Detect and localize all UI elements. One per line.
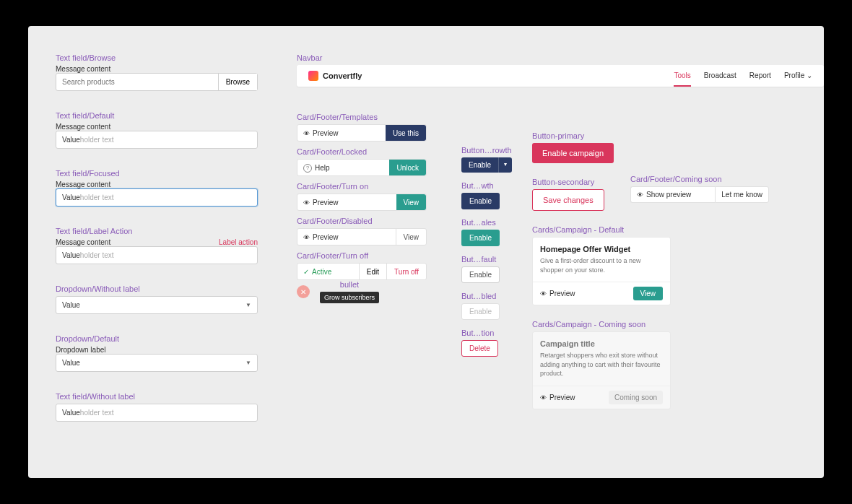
- card-footer-turnon: Preview View: [297, 194, 427, 211]
- nav-item-tools[interactable]: Tools: [674, 66, 690, 87]
- status-preview[interactable]: Preview: [303, 233, 339, 241]
- bullet-block: ✕ bullet Grow subscribers: [297, 280, 427, 303]
- design-canvas: Text field/Browse Message content Browse…: [28, 26, 824, 478]
- nav-item-profile[interactable]: Profile ⌄: [784, 66, 812, 87]
- preview-link[interactable]: Preview: [540, 394, 575, 401]
- eye-icon: [637, 191, 643, 199]
- campaign-title: Homepage Offer Widget: [540, 245, 663, 253]
- campaign-title: Campaign title: [540, 339, 663, 348]
- eye-icon: [303, 233, 310, 241]
- view-button[interactable]: View: [633, 287, 664, 300]
- textfield-focused[interactable]: Valueholder text: [56, 188, 258, 207]
- section-label: But…tion: [461, 329, 519, 337]
- card-footer-turnoff: Active Edit Turn off: [297, 263, 427, 280]
- dropdown-default-block: Dropdown/Default Dropdown label Value ▼: [56, 334, 258, 372]
- textfield-labelaction[interactable]: Valueholder text: [56, 246, 258, 264]
- eye-icon: [303, 199, 310, 207]
- field-label: Dropdown label: [56, 346, 258, 354]
- nav-item-broadcast[interactable]: Broadcast: [704, 66, 736, 87]
- section-label: Button-primary: [532, 131, 671, 140]
- enable-split-button[interactable]: Enable ▾: [461, 157, 512, 173]
- input-value: Valueholder text: [56, 189, 120, 206]
- question-icon: [303, 163, 312, 173]
- use-this-button[interactable]: Use this: [386, 125, 426, 141]
- card-footer-locked: Help Unlock: [297, 159, 427, 176]
- right-column: Button-primary Enable campaign Button-se…: [532, 131, 671, 415]
- eye-icon: [540, 290, 547, 297]
- campaign-card-coming: Campaign title Retarget shoppers who exi…: [532, 331, 671, 409]
- campaign-desc: Retarget shoppers who exit store without…: [540, 351, 663, 378]
- card-footer-disabled: Preview View: [297, 228, 427, 246]
- section-label: Button…rowth: [461, 146, 519, 155]
- save-changes-button[interactable]: Save changes: [532, 189, 604, 211]
- left-column: Text field/Browse Message content Browse…: [56, 53, 258, 442]
- status-active: Active: [303, 268, 331, 276]
- section-label: But…wth: [461, 181, 519, 190]
- preview-link[interactable]: Preview: [540, 290, 575, 297]
- enable-button-growth[interactable]: Enable: [461, 193, 500, 209]
- input-value: Valueholder text: [56, 131, 120, 148]
- section-label: Card/Footer/Turn on: [297, 182, 427, 191]
- coming-soon-button: Coming soon: [609, 391, 663, 404]
- nav-item-report[interactable]: Report: [749, 66, 771, 87]
- status-preview[interactable]: Preview: [303, 129, 339, 137]
- dropdown-nolabel-block: Dropdown/Without label Value ▼: [56, 284, 258, 314]
- turn-off-button[interactable]: Turn off: [386, 264, 426, 279]
- close-icon[interactable]: ✕: [297, 285, 310, 298]
- bullet-tooltip-wrap: bullet Grow subscribers: [320, 280, 379, 303]
- textfield-default-block: Text field/Default Message content Value…: [56, 111, 258, 149]
- section-label: Card/Footer/Turn off: [297, 251, 427, 260]
- chevron-down-icon: ▼: [245, 302, 251, 308]
- textfield-default[interactable]: Valueholder text: [56, 131, 258, 149]
- section-label: Text field/Without label: [56, 392, 258, 401]
- textfield-browse-block: Text field/Browse Message content Browse: [56, 53, 258, 91]
- logo-icon: [308, 71, 318, 81]
- unlock-button[interactable]: Unlock: [389, 160, 426, 175]
- eye-icon: [303, 129, 310, 137]
- let-me-know-button[interactable]: Let me know: [715, 186, 769, 203]
- section-label: Text field/Default: [56, 111, 258, 120]
- section-label: Cards/Campaign - Default: [532, 225, 671, 234]
- edit-button[interactable]: Edit: [359, 264, 386, 279]
- enable-campaign-button[interactable]: Enable campaign: [532, 143, 614, 163]
- section-label: Text field/Browse: [56, 53, 258, 62]
- enable-button-sales[interactable]: Enable: [461, 230, 500, 246]
- show-preview-link[interactable]: Show preview: [630, 186, 715, 203]
- view-button[interactable]: View: [396, 194, 427, 210]
- chevron-down-icon[interactable]: ▾: [498, 157, 512, 173]
- view-button-disabled: View: [396, 229, 427, 245]
- nav-items: Tools Broadcast Report Profile ⌄: [674, 66, 812, 87]
- textfield-labelaction-block: Text field/Label Action Message content …: [56, 227, 258, 264]
- browse-button[interactable]: Browse: [218, 74, 257, 90]
- field-label: Message content: [56, 181, 258, 188]
- input-value: Valueholder text: [56, 247, 120, 264]
- card-footer-comingsoon-block: Card/Footer/Coming soon Show preview Let…: [630, 175, 769, 203]
- dropdown-value: Value: [62, 301, 80, 309]
- section-label: bullet: [320, 280, 379, 289]
- tooltip: Grow subscribers: [320, 292, 379, 303]
- section-label: But…fault: [461, 255, 519, 264]
- section-label: Dropdown/Default: [56, 334, 258, 343]
- label-action-link[interactable]: Label action: [219, 238, 258, 246]
- solo-buttons-column: Button…rowth Enable ▾ But…wth Enable But…: [461, 146, 519, 362]
- campaign-desc: Give a first-order discount to a new sho…: [540, 256, 663, 274]
- enable-button-default[interactable]: Enable: [461, 266, 500, 283]
- delete-button[interactable]: Delete: [461, 340, 498, 357]
- section-label: Card/Footer/Disabled: [297, 217, 427, 225]
- section-label: Cards/Campaign - Coming soon: [532, 320, 671, 329]
- dropdown-default[interactable]: Value ▼: [56, 354, 258, 372]
- input-value: Valueholder text: [56, 404, 120, 421]
- card-footer-comingsoon: Show preview Let me know: [630, 186, 769, 203]
- check-icon: [303, 268, 309, 276]
- status-help[interactable]: Help: [303, 163, 330, 173]
- eye-icon: [540, 394, 547, 401]
- search-input[interactable]: [56, 74, 218, 90]
- status-preview[interactable]: Preview: [303, 199, 339, 207]
- brand-name: Convertfly: [323, 71, 362, 80]
- textfield-browse: Browse: [56, 73, 258, 91]
- textfield-nolabel[interactable]: Valueholder text: [56, 404, 258, 422]
- navbar: Convertfly Tools Broadcast Report Profil…: [297, 65, 824, 87]
- section-label: Dropdown/Without label: [56, 284, 258, 293]
- section-label: Text field/Focused: [56, 169, 258, 178]
- dropdown-nolabel[interactable]: Value ▼: [56, 296, 258, 314]
